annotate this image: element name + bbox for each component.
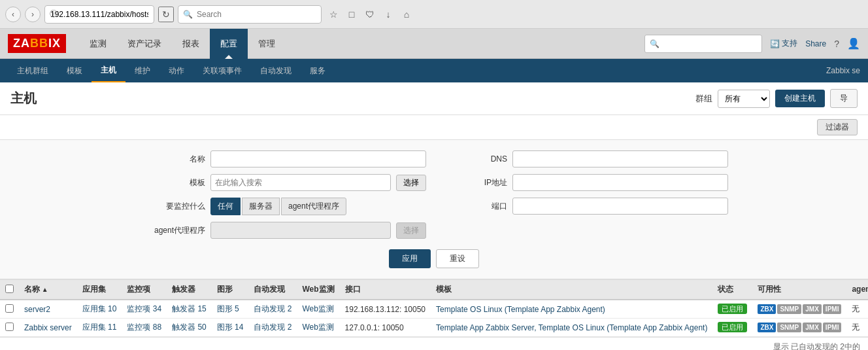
forward-button[interactable]: › (25, 7, 41, 22)
row2-name-link[interactable]: Zabbix server (24, 323, 72, 332)
filter-monitor-group: 任何 服务器 agent代理程序 (210, 198, 346, 215)
row1-graphs-link[interactable]: 图形 5 (217, 304, 239, 313)
filter-port-row: 端口 (442, 198, 728, 215)
filter-dns-row: DNS (442, 150, 728, 167)
topnav: ZABBIX 监测 资产记录 报表 配置 管理 🔍 🔄 支持 Share ? 👤 (0, 29, 868, 59)
row1-template-link[interactable]: Template OS Linux (Template App Zabbix A… (436, 305, 605, 314)
row1-appset-link[interactable]: 应用集 10 (82, 304, 117, 313)
filter-ip-row: IP地址 (442, 174, 728, 191)
filter-ip-input[interactable] (512, 174, 728, 191)
filter-template-select-button[interactable]: 选择 (396, 175, 426, 191)
filter-name-input[interactable] (210, 150, 426, 167)
row1-autodiscovery-link[interactable]: 自动发现 2 (254, 304, 292, 313)
reload-button[interactable]: ↻ (158, 7, 174, 22)
topnav-item-monitor[interactable]: 监测 (79, 29, 117, 59)
download-icon[interactable]: ↓ (380, 7, 396, 22)
filter-agent-label: agent代理程序 (140, 225, 205, 236)
filter-monitor-label: 要监控什么 (140, 201, 205, 212)
select-all-checkbox[interactable] (5, 285, 14, 293)
th-monitor-items: 监控项 (122, 280, 167, 300)
row2-checkbox-cell (0, 319, 19, 337)
row2-autodiscovery-link[interactable]: 自动发现 2 (254, 323, 292, 332)
page-title: 主机 (10, 90, 37, 107)
help-icon[interactable]: ? (834, 39, 839, 49)
topnav-search-wrap: 🔍 (644, 35, 762, 53)
row2-appset-link[interactable]: 应用集 11 (82, 323, 117, 332)
secondnav-item-service[interactable]: 服务 (301, 59, 335, 82)
row2-status-badge: 已启用 (718, 322, 747, 332)
th-appset: 应用集 (77, 280, 122, 300)
back-button[interactable]: ‹ (5, 7, 21, 22)
table-footer-text: 显示 已自动发现的 2中的 (773, 342, 860, 350)
page-header-right: 群组 所有 创建主机 导 (695, 89, 858, 108)
import-button[interactable]: 导 (830, 89, 858, 108)
row1-web-monitor-link[interactable]: Web监测 (302, 304, 333, 313)
filter-ip-label: IP地址 (442, 177, 507, 188)
row1-interface: 192.168.13.112: 10050 (340, 300, 431, 319)
secondnav-item-autodiscovery[interactable]: 自动发现 (251, 59, 301, 82)
row1-monitor-items-link[interactable]: 监控项 34 (127, 304, 161, 313)
topnav-menu: 监测 资产记录 报表 配置 管理 (79, 29, 644, 59)
row1-template: Template OS Linux (Template App Zabbix A… (431, 300, 712, 319)
group-select[interactable]: 所有 (718, 90, 770, 108)
row1-triggers-link[interactable]: 触发器 15 (172, 304, 207, 313)
filter-dns-label: DNS (442, 154, 507, 164)
filter-dns-input[interactable] (512, 150, 728, 167)
row1-ipmi-badge: IPMI (823, 304, 842, 314)
row2-checkbox[interactable] (5, 323, 14, 331)
th-name[interactable]: 名称 (19, 280, 77, 300)
topnav-item-admin[interactable]: 管理 (248, 29, 286, 59)
share-link[interactable]: Share (805, 39, 826, 48)
row1-availability-group: ZBX SNMP JMX IPMI (758, 304, 841, 314)
create-host-button[interactable]: 创建主机 (775, 90, 825, 107)
secondnav-item-action[interactable]: 动作 (159, 59, 193, 82)
th-interface: 接口 (340, 280, 431, 300)
filter-toggle-button[interactable]: 过滤器 (817, 119, 858, 135)
filter-monitor-agent[interactable]: agent代理程序 (281, 198, 346, 215)
row2-template-link[interactable]: Template App Zabbix Server, Template OS … (436, 323, 707, 332)
secondnav-item-corr-event[interactable]: 关联项事件 (193, 59, 251, 82)
row2-web-monitor-link[interactable]: Web监测 (302, 323, 333, 332)
browser-search-input[interactable] (178, 5, 322, 24)
th-status: 状态 (712, 280, 752, 300)
row1-jmx-badge: JMX (803, 304, 822, 314)
filter-template-row: 模板 选择 (140, 174, 426, 191)
filter-port-input[interactable] (512, 198, 728, 215)
secondnav-item-host[interactable]: 主机 (92, 59, 125, 82)
row2-availability: ZBX SNMP JMX IPMI (752, 319, 846, 337)
filter-reset-button[interactable]: 重设 (436, 249, 479, 268)
url-bar[interactable] (44, 5, 154, 24)
filter-grid: 名称 模板 选择 要监控什么 任何 服务器 agent代理程序 agent代理程… (140, 150, 728, 239)
secondnav-item-hostgroup[interactable]: 主机群组 (8, 59, 58, 82)
secondnav-item-maintenance[interactable]: 维护 (125, 59, 159, 82)
row2-monitor-items-link[interactable]: 监控项 88 (127, 323, 161, 332)
filter-monitor-any[interactable]: 任何 (210, 198, 241, 215)
row1-checkbox[interactable] (5, 304, 14, 313)
filter-port-label: 端口 (442, 201, 507, 212)
topnav-search-input[interactable] (644, 35, 762, 53)
row2-graphs-link[interactable]: 图形 14 (217, 323, 244, 332)
filter-monitor-server[interactable]: 服务器 (242, 198, 280, 215)
filter-agent-input (210, 222, 391, 239)
row1-status-badge: 已启用 (718, 304, 747, 314)
topnav-item-reports[interactable]: 报表 (172, 29, 210, 59)
filter-apply-button[interactable]: 应用 (389, 249, 431, 268)
row2-availability-group: ZBX SNMP JMX IPMI (758, 323, 841, 332)
th-availability: 可用性 (752, 280, 846, 300)
row1-snmp-badge: SNMP (777, 304, 801, 314)
reader-icon[interactable]: □ (344, 7, 359, 22)
filter-template-input[interactable] (210, 174, 391, 191)
shield-icon[interactable]: 🛡 (362, 7, 378, 22)
secondnav-item-template[interactable]: 模板 (58, 59, 92, 82)
topnav-item-assets[interactable]: 资产记录 (117, 29, 172, 59)
filter-template-label: 模板 (140, 177, 205, 188)
user-icon[interactable]: 👤 (847, 37, 860, 50)
row1-triggers: 触发器 15 (167, 300, 212, 319)
row1-name-link[interactable]: server2 (24, 305, 50, 314)
bookmark-icon[interactable]: ☆ (326, 7, 341, 22)
topnav-item-config[interactable]: 配置 (210, 29, 248, 59)
home-icon[interactable]: ⌂ (399, 7, 414, 22)
support-link[interactable]: 🔄 支持 (770, 38, 797, 49)
zabbix-logo: ZABBIX (8, 34, 66, 53)
row2-triggers-link[interactable]: 触发器 50 (172, 323, 207, 332)
